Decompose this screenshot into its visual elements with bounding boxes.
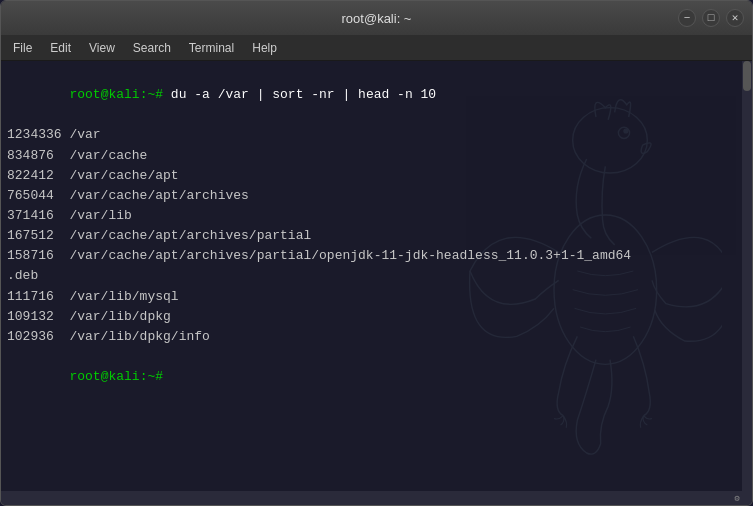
output-line-10: 102936 /var/lib/dpkg/info: [7, 327, 746, 347]
terminal-content: root@kali:~# du -a /var | sort -nr | hea…: [7, 65, 746, 407]
prompt-line-2: root@kali:~#: [7, 347, 746, 407]
maximize-button[interactable]: □: [702, 9, 720, 27]
menu-edit[interactable]: Edit: [42, 39, 79, 57]
output-line-3: 822412 /var/cache/apt: [7, 166, 746, 186]
menu-file[interactable]: File: [5, 39, 40, 57]
output-line-9: 109132 /var/lib/dpkg: [7, 307, 746, 327]
cursor: [163, 369, 171, 384]
minimize-button[interactable]: −: [678, 9, 696, 27]
menubar: File Edit View Search Terminal Help: [1, 35, 752, 61]
menu-view[interactable]: View: [81, 39, 123, 57]
output-line-7b: .deb: [7, 266, 746, 286]
window-title: root@kali: ~: [342, 11, 412, 26]
prompt-user: root@kali: [69, 87, 139, 102]
terminal-window: root@kali: ~ − □ ✕ File Edit View Search…: [0, 0, 753, 506]
bottom-icon: ⚙: [735, 493, 740, 504]
output-line-4: 765044 /var/cache/apt/archives: [7, 186, 746, 206]
output-line-6: 167512 /var/cache/apt/archives/partial: [7, 226, 746, 246]
terminal-body[interactable]: root@kali:~# du -a /var | sort -nr | hea…: [1, 61, 752, 491]
titlebar: root@kali: ~ − □ ✕: [1, 1, 752, 35]
window-controls: − □ ✕: [678, 9, 744, 27]
command-line: root@kali:~# du -a /var | sort -nr | hea…: [7, 65, 746, 125]
output-line-8: 111716 /var/lib/mysql: [7, 287, 746, 307]
output-line-1: 1234336 /var: [7, 125, 746, 145]
prompt2-symbol: :~#: [140, 369, 163, 384]
close-button[interactable]: ✕: [726, 9, 744, 27]
output-line-7: 158716 /var/cache/apt/archives/partial/o…: [7, 246, 746, 266]
output-line-2: 834876 /var/cache: [7, 146, 746, 166]
command-text: du -a /var | sort -nr | head -n 10: [163, 87, 436, 102]
prompt2-user: root@kali: [69, 369, 139, 384]
prompt-symbol: :~#: [140, 87, 163, 102]
bottom-bar: ⚙: [1, 491, 752, 505]
menu-terminal[interactable]: Terminal: [181, 39, 242, 57]
output-line-5: 371416 /var/lib: [7, 206, 746, 226]
menu-search[interactable]: Search: [125, 39, 179, 57]
menu-help[interactable]: Help: [244, 39, 285, 57]
